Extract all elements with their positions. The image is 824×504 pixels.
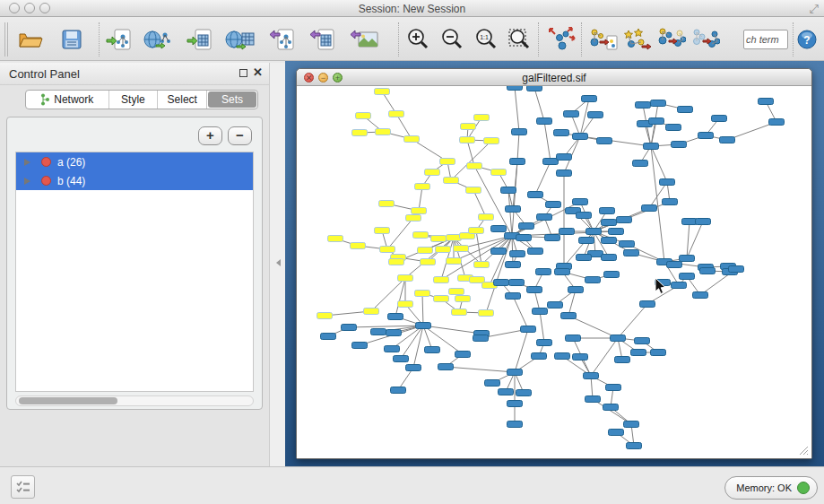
graph-node-blue[interactable] (543, 159, 559, 165)
zoom-in-button[interactable] (402, 24, 434, 55)
graph-node-yellow[interactable] (406, 215, 421, 222)
network-view-window[interactable]: ✕ − + galFiltered.sif (296, 68, 812, 459)
graph-node-blue[interactable] (519, 223, 534, 230)
import-network-file-button[interactable] (103, 24, 135, 55)
graph-node-blue[interactable] (663, 199, 678, 205)
graph-node-blue[interactable] (696, 219, 711, 225)
graph-node-blue[interactable] (371, 329, 386, 335)
graph-node-yellow[interactable] (404, 136, 420, 143)
graph-node-blue[interactable] (555, 269, 570, 275)
graph-node-blue[interactable] (615, 357, 630, 363)
graph-node-blue[interactable] (573, 354, 588, 361)
zoom-actual-button[interactable]: 1:1 (470, 24, 502, 55)
new-network-from-selection-button[interactable] (587, 24, 620, 55)
graph-node-blue[interactable] (561, 313, 577, 319)
graph-node-yellow[interactable] (379, 201, 395, 207)
close-panel-icon[interactable]: ✕ (253, 65, 263, 79)
graph-node-blue[interactable] (660, 179, 675, 186)
graph-node-yellow[interactable] (460, 137, 475, 143)
graph-node-blue[interactable] (528, 192, 543, 198)
open-session-button[interactable] (14, 24, 47, 55)
graph-node-yellow[interactable] (380, 247, 395, 253)
graph-node-blue[interactable] (712, 116, 727, 122)
graph-node-blue[interactable] (546, 202, 561, 208)
graph-node-blue[interactable] (557, 170, 572, 177)
graph-node-blue[interactable] (602, 238, 617, 244)
graph-node-yellow[interactable] (415, 291, 430, 297)
graph-node-yellow[interactable] (398, 275, 413, 282)
graph-node-yellow[interactable] (389, 259, 404, 265)
graph-node-blue[interactable] (577, 255, 592, 261)
export-image-button[interactable] (348, 24, 380, 55)
graph-node-blue[interactable] (406, 365, 421, 371)
graph-node-yellow[interactable] (474, 115, 490, 121)
graph-node-blue[interactable] (555, 353, 570, 360)
graph-node-blue[interactable] (693, 292, 708, 299)
graph-node-yellow[interactable] (375, 228, 390, 234)
graph-node-blue[interactable] (568, 287, 584, 293)
task-history-button[interactable] (11, 475, 35, 499)
graph-node-yellow[interactable] (479, 214, 494, 221)
graph-node-blue[interactable] (700, 268, 716, 274)
apply-layout-button[interactable] (545, 24, 577, 55)
graph-node-blue[interactable] (603, 404, 619, 411)
set-list-item[interactable]: a (26) (16, 152, 253, 171)
network-canvas[interactable] (297, 86, 811, 458)
graph-node-blue[interactable] (582, 96, 597, 102)
graph-node-blue[interactable] (588, 112, 603, 118)
remove-set-button[interactable]: − (228, 126, 252, 145)
graph-node-blue[interactable] (491, 226, 507, 232)
graph-node-blue[interactable] (644, 143, 659, 150)
graph-node-blue[interactable] (636, 102, 651, 109)
add-set-button[interactable]: + (198, 126, 222, 145)
graph-node-blue[interactable] (537, 118, 552, 125)
expand-triangle-icon[interactable] (24, 178, 30, 185)
graph-node-blue[interactable] (386, 330, 402, 336)
import-network-url-button[interactable] (142, 24, 174, 55)
graph-node-blue[interactable] (473, 335, 489, 342)
graph-node-blue[interactable] (651, 100, 666, 107)
graph-node-blue[interactable] (759, 99, 774, 105)
graph-node-yellow[interactable] (398, 301, 413, 308)
graph-node-blue[interactable] (597, 138, 612, 144)
graph-node-yellow[interactable] (356, 113, 371, 119)
graph-node-yellow[interactable] (364, 308, 379, 315)
expand-triangle-icon[interactable] (24, 159, 30, 166)
graph-node-blue[interactable] (655, 280, 671, 286)
graph-node-blue[interactable] (548, 302, 563, 308)
graph-node-yellow[interactable] (328, 236, 343, 242)
graph-node-blue[interactable] (633, 161, 648, 167)
graph-node-yellow[interactable] (474, 262, 490, 268)
graph-node-yellow[interactable] (434, 277, 449, 283)
graph-node-blue[interactable] (573, 134, 588, 140)
graph-node-blue[interactable] (606, 385, 621, 391)
graph-node-blue[interactable] (729, 266, 744, 273)
graph-node-blue[interactable] (564, 111, 579, 117)
graph-node-blue[interactable] (672, 282, 687, 289)
graph-node-yellow[interactable] (449, 289, 464, 295)
search-input[interactable]: ch term (743, 30, 788, 49)
show-selected-button[interactable] (655, 24, 688, 55)
graph-node-blue[interactable] (680, 256, 695, 262)
graph-node-blue[interactable] (649, 118, 664, 125)
tab-network[interactable]: Network (26, 91, 109, 109)
save-session-button[interactable] (56, 24, 88, 55)
graph-node-blue[interactable] (510, 159, 525, 165)
graph-node-blue[interactable] (624, 250, 639, 256)
graph-node-blue[interactable] (391, 387, 406, 394)
resize-grip-icon[interactable] (799, 446, 809, 456)
network-window-titlebar[interactable]: ✕ − + galFiltered.sif (297, 69, 811, 86)
graph-node-blue[interactable] (455, 352, 471, 358)
panel-divider[interactable] (269, 63, 285, 466)
set-list-item[interactable]: b (44) (16, 171, 253, 190)
graph-node-blue[interactable] (425, 347, 440, 353)
graph-node-blue[interactable] (600, 208, 615, 214)
tab-select[interactable]: Select (158, 91, 207, 109)
graph-node-yellow[interactable] (436, 247, 451, 253)
graph-node-blue[interactable] (527, 86, 542, 91)
graph-node-blue[interactable] (611, 335, 626, 342)
zoom-fit-button[interactable] (504, 24, 536, 55)
network-graph[interactable] (297, 86, 811, 458)
graph-node-blue[interactable] (566, 335, 581, 342)
import-table-url-button[interactable] (224, 24, 256, 55)
